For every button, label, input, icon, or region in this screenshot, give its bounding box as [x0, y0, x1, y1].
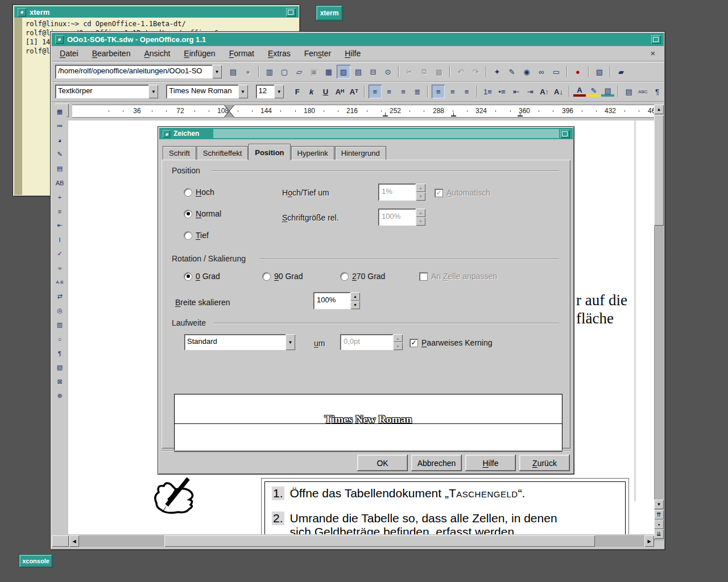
- graphics-on-off-icon[interactable]: ▧: [52, 360, 67, 375]
- new-document-icon[interactable]: ▢: [278, 65, 291, 78]
- tabstop-marker[interactable]: [451, 114, 456, 117]
- radio-dot[interactable]: [184, 189, 192, 196]
- insert-envelope-icon[interactable]: ⇤: [52, 218, 67, 232]
- insert-form-icon[interactable]: ▤: [52, 161, 67, 176]
- open-document-icon[interactable]: ▱: [292, 65, 306, 78]
- font-color-button[interactable]: A: [573, 86, 586, 97]
- spin-down-icon[interactable]: ▼: [350, 301, 360, 309]
- menu-format[interactable]: Format: [229, 49, 254, 58]
- window-menu-icon[interactable]: [18, 8, 26, 16]
- scroll-up-icon[interactable]: ▲: [654, 105, 664, 114]
- highlighting-button[interactable]: ✎: [587, 86, 600, 97]
- bullet-list-button[interactable]: •≡: [495, 85, 508, 98]
- menu-einfuegen[interactable]: Einfügen: [184, 49, 215, 58]
- menu-bearbeiten[interactable]: Bearbeiten: [92, 49, 131, 58]
- combo-dropdown-icon[interactable]: ▼: [212, 65, 222, 78]
- radio-dot[interactable]: [184, 232, 192, 239]
- font-value[interactable]: Times New Roman: [166, 85, 238, 98]
- online-layout-icon[interactable]: ▭: [549, 65, 563, 78]
- draw-functions-icon[interactable]: ✎: [52, 147, 67, 161]
- web-view-icon[interactable]: ⊕: [52, 389, 67, 403]
- zurueck-button[interactable]: Zurück: [519, 455, 570, 471]
- background-color-button[interactable]: ▧: [601, 86, 614, 97]
- tabstop-marker[interactable]: [383, 114, 388, 117]
- horizontal-scroll-thumb[interactable]: [164, 535, 595, 547]
- radio-hoch[interactable]: Hoch: [184, 188, 214, 197]
- maximize-icon[interactable]: [560, 130, 570, 138]
- next-page-icon[interactable]: ⇊: [654, 529, 664, 539]
- vertical-scroll-thumb[interactable]: [654, 115, 664, 226]
- record-macro-icon[interactable]: ●: [571, 65, 585, 78]
- style-value[interactable]: Textkörper: [55, 85, 148, 98]
- decrease-indent-button[interactable]: ⇤: [510, 85, 523, 98]
- increase-indent-button[interactable]: ⇥: [524, 85, 537, 98]
- print-icon[interactable]: ⊟: [366, 65, 380, 78]
- url-combobox[interactable]: /home/rolf/openoffice/anleitungen/OOo1-S…: [55, 65, 222, 78]
- hilfe-button[interactable]: Hilfe: [465, 455, 516, 471]
- linespacing-2-button[interactable]: ≡: [460, 85, 473, 98]
- laufweite-dropdown[interactable]: Standard ▼: [184, 334, 295, 350]
- radio-dot[interactable]: [184, 210, 192, 218]
- scroll-down-icon[interactable]: ▼: [654, 500, 664, 509]
- load-url-icon[interactable]: ▤: [226, 65, 240, 78]
- autotext-icon[interactable]: AB: [52, 176, 67, 190]
- numbered-list-box[interactable]: 1. Öffne das Tabellendokument „Taschenge…: [264, 481, 626, 534]
- close-document-icon[interactable]: ×: [648, 48, 658, 58]
- nonprinting-characters-icon[interactable]: ¶: [52, 346, 67, 360]
- xterm-scrollbar[interactable]: [14, 18, 22, 195]
- shrink-font-button[interactable]: A↓: [552, 85, 565, 98]
- navigator-icon[interactable]: ✦: [490, 65, 504, 78]
- menu-hilfe[interactable]: Hilfe: [345, 49, 361, 58]
- open-template-icon[interactable]: ▰: [614, 65, 628, 78]
- breite-spinner[interactable]: 100% ▲▼: [313, 292, 360, 309]
- insert-bookmark-icon[interactable]: +: [52, 190, 67, 204]
- size-value[interactable]: 12: [256, 85, 275, 98]
- abbrechen-button[interactable]: Abbrechen: [411, 455, 462, 471]
- kerning-checkbox[interactable]: ✓Paarweises Kerning: [410, 338, 493, 347]
- window-menu-icon[interactable]: [163, 130, 170, 138]
- indent-marker-bottom[interactable]: [224, 111, 234, 118]
- paragraph-style-combobox[interactable]: Textkörper ▼: [55, 85, 158, 98]
- xterm-titlebar[interactable]: xterm: [14, 6, 299, 18]
- bold-button[interactable]: F: [291, 85, 304, 98]
- ok-button[interactable]: OK: [357, 455, 408, 471]
- url-value[interactable]: /home/rolf/openoffice/anleitungen/OOo1-S…: [55, 65, 212, 78]
- auto-spellcheck-icon[interactable]: ≈: [52, 261, 67, 275]
- tab-schrift[interactable]: Schrift: [163, 146, 196, 160]
- vertical-scrollbar[interactable]: ▲ ▼ ⇈ ● ⇊: [654, 105, 664, 541]
- export-pdf-icon[interactable]: ▤: [351, 65, 365, 78]
- gallery-icon[interactable]: ◉: [520, 65, 533, 78]
- underline-button[interactable]: U: [319, 85, 332, 98]
- radio-dot[interactable]: [263, 273, 270, 280]
- insert-graphics-icon[interactable]: ▧: [593, 65, 606, 78]
- spin-up-icon[interactable]: ▲: [350, 292, 360, 301]
- font-name-combobox[interactable]: Times New Roman ▼: [166, 85, 247, 98]
- menu-extras[interactable]: Extras: [268, 49, 291, 58]
- tab-schrifteffekt[interactable]: Schrifteffekt: [197, 146, 248, 160]
- combo-dropdown-icon[interactable]: ▼: [148, 85, 158, 98]
- radio-tief[interactable]: Tief: [184, 231, 209, 240]
- insert-index-icon[interactable]: ≡: [52, 204, 67, 218]
- edit-file-icon[interactable]: ▨: [337, 65, 350, 78]
- combo-dropdown-icon[interactable]: ▼: [286, 334, 295, 350]
- hyphenation-icon[interactable]: A-B: [52, 275, 67, 289]
- insert-section-icon[interactable]: ≔: [52, 119, 67, 133]
- radio-normal[interactable]: Normal: [184, 209, 221, 218]
- styles-button[interactable]: ▤: [622, 85, 635, 98]
- horizontal-ruler[interactable]: 36 72 108 144 180 216 252 288 324 360 39…: [72, 105, 654, 118]
- data-sources-icon[interactable]: ▥: [52, 318, 67, 332]
- online-layout-icon[interactable]: ⊠: [52, 375, 67, 389]
- radio-90-grad[interactable]: 90 Grad: [263, 272, 303, 281]
- menu-ansicht[interactable]: Ansicht: [144, 49, 170, 58]
- find-icon[interactable]: ◎: [52, 304, 67, 318]
- save-all-icon[interactable]: ▦: [322, 65, 336, 78]
- grow-font-button[interactable]: A↑: [538, 85, 551, 98]
- scroll-right-icon[interactable]: ▶: [644, 535, 654, 547]
- combo-dropdown-icon[interactable]: ▼: [238, 85, 248, 98]
- tab-position[interactable]: Position: [249, 144, 290, 160]
- new-doc-template-icon[interactable]: ▥: [263, 65, 276, 78]
- radio-dot[interactable]: [184, 273, 192, 280]
- menu-datei[interactable]: Datei: [60, 49, 78, 58]
- numbered-list-button[interactable]: 1≡: [481, 85, 494, 98]
- radio-270-grad[interactable]: 270 Grad: [341, 272, 385, 281]
